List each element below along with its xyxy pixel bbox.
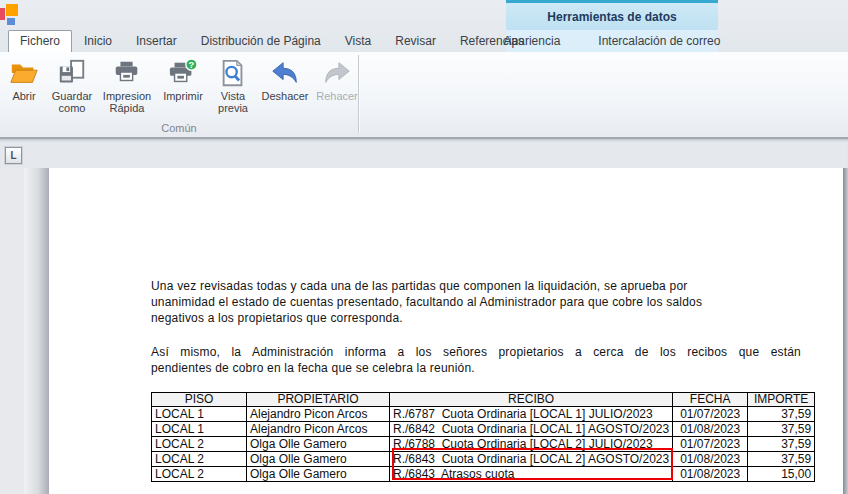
td-piso[interactable]: LOCAL 1 [152, 422, 247, 437]
impresion-rapida-label: Impresion Rápida [98, 90, 156, 114]
td-piso[interactable]: LOCAL 1 [152, 407, 247, 422]
abrir-label: Abrir [12, 90, 35, 102]
header-piso: PISO [152, 393, 247, 407]
td-importe[interactable]: 37,59 [748, 437, 815, 452]
contextual-tab-group-title: Herramientas de datos [506, 0, 718, 30]
app-window: Herramientas de datos Apariencia Interca… [0, 0, 848, 494]
logo-orange-square [6, 4, 18, 16]
td-recibo[interactable]: R./6788 Cuota Ordinaria [LOCAL 2] JULIO/… [390, 437, 673, 452]
table-row: LOCAL 2 Olga Olle Gamero R./6843 Cuota O… [152, 452, 815, 467]
guardar-como-label: Guardar como [46, 90, 98, 114]
td-propietario[interactable]: Alejandro Picon Arcos [247, 407, 390, 422]
td-propietario[interactable]: Olga Olle Gamero [247, 437, 390, 452]
rehacer-label: Rehacer [316, 90, 358, 102]
header-propietario: PROPIETARIO [247, 393, 390, 407]
paragraph-recibos[interactable]: Así mismo, la Administración informa a l… [151, 344, 801, 376]
propietario-name: Olga Olle Gamero [250, 467, 347, 482]
td-fecha[interactable]: 01/08/2023 [673, 452, 748, 467]
table-row: LOCAL 2 Olga Olle Gamero R./6788 Cuota O… [152, 437, 815, 452]
tab-referencias[interactable]: Referencias [448, 30, 536, 52]
vista-previa-label: Vista previa [210, 90, 256, 114]
td-piso[interactable]: LOCAL 2 [152, 452, 247, 467]
td-recibo[interactable]: R./6843 Cuota Ordinaria [LOCAL 2] AGOSTO… [390, 452, 673, 467]
app-logo [0, 3, 20, 25]
print-icon: ? [167, 57, 199, 89]
td-propietario[interactable]: Alejandro Picon Arcos [247, 422, 390, 437]
imprimir-button[interactable]: ? Imprimir [156, 54, 210, 114]
ribbon: Abrir Guardar como [0, 52, 848, 138]
propietario-name: Olga Olle Gamero [250, 437, 347, 452]
contextual-tabs: Apariencia Intercalación de correo [506, 30, 718, 52]
deshacer-button[interactable]: Deshacer [256, 54, 314, 114]
td-importe[interactable]: 37,59 [748, 452, 815, 467]
table-row: LOCAL 1 Alejandro Picon Arcos R./6787 Cu… [152, 407, 815, 422]
text-line[interactable]: Una vez revisadas todas y cada una de la… [151, 278, 801, 294]
rehacer-button[interactable]: Rehacer [314, 54, 360, 114]
td-importe[interactable]: 15,00 [748, 467, 815, 482]
vista-previa-button[interactable]: Vista previa [210, 54, 256, 114]
text-line[interactable]: negativos a los propietarios que corresp… [151, 310, 801, 326]
deshacer-label: Deshacer [261, 90, 308, 102]
document-area: Una vez revisadas todas y cada una de la… [0, 168, 848, 494]
contextual-tab-group: Herramientas de datos Apariencia Interca… [506, 0, 718, 52]
tab-stop-selector-button[interactable]: L [5, 147, 22, 164]
tab-distribucion-de-pagina[interactable]: Distribución de Página [189, 30, 333, 52]
open-folder-icon [8, 57, 40, 89]
td-piso[interactable]: LOCAL 2 [152, 467, 247, 482]
tab-row: Fichero Inicio Insertar Distribución de … [0, 30, 536, 52]
ruler-bar: L [0, 138, 848, 168]
ribbon-group-separator [358, 55, 359, 133]
table-row: LOCAL 1 Alejandro Picon Arcos R./6842 Cu… [152, 422, 815, 437]
quick-print-icon [111, 57, 143, 89]
tab-revisar[interactable]: Revisar [383, 30, 448, 52]
table-header-row: PISO PROPIETARIO RECIBO FECHA IMPORTE [152, 393, 815, 407]
abrir-button[interactable]: Abrir [2, 54, 46, 114]
ribbon-group-label: Común [0, 122, 358, 134]
td-fecha[interactable]: 01/07/2023 [673, 437, 748, 452]
ribbon-tab-strip: Herramientas de datos Apariencia Interca… [0, 0, 848, 52]
undo-icon [269, 57, 301, 89]
text-line[interactable]: pendientes de cobro en la fecha que se c… [151, 360, 801, 376]
text-line[interactable]: unanimidad el estado de cuentas presenta… [151, 294, 801, 310]
td-importe[interactable]: 37,59 [748, 422, 815, 437]
logo-red-square [0, 8, 5, 20]
td-recibo[interactable]: R./6842 Cuota Ordinaria [LOCAL 1] AGOSTO… [390, 422, 673, 437]
recibos-table: PISO PROPIETARIO RECIBO FECHA IMPORTE LO… [151, 392, 815, 482]
svg-text:?: ? [189, 60, 195, 70]
header-fecha: FECHA [673, 393, 748, 407]
propietario-name: Alejandro Picon Arcos [250, 422, 367, 437]
propietario-name: Alejandro Picon Arcos [250, 407, 367, 422]
td-propietario[interactable]: Olga Olle Gamero [247, 467, 390, 482]
guardar-como-button[interactable]: Guardar como [46, 54, 98, 114]
propietario-name: Olga Olle Gamero [250, 452, 347, 467]
save-as-icon [56, 57, 88, 89]
document-page: Una vez revisadas todas y cada una de la… [49, 168, 843, 494]
td-fecha[interactable]: 01/08/2023 [673, 422, 748, 437]
table-row: LOCAL 2 Olga Olle Gamero R./6843 Atrasos… [152, 467, 815, 482]
logo-blue-square [7, 18, 15, 25]
header-recibo: RECIBO [390, 393, 673, 407]
tab-fichero[interactable]: Fichero [8, 30, 72, 52]
td-recibo[interactable]: R./6843 Atrasos cuota [390, 467, 673, 482]
td-propietario[interactable]: Olga Olle Gamero [247, 452, 390, 467]
redo-icon [321, 57, 353, 89]
text-line[interactable]: Así mismo, la Administración informa a l… [151, 344, 801, 360]
paragraph-liquidacion[interactable]: Una vez revisadas todas y cada una de la… [151, 278, 801, 326]
imprimir-label: Imprimir [163, 90, 203, 102]
td-fecha[interactable]: 01/08/2023 [673, 467, 748, 482]
ribbon-group-comun: Abrir Guardar como [2, 54, 360, 114]
impresion-rapida-button[interactable]: Impresion Rápida [98, 54, 156, 114]
print-preview-icon [217, 57, 249, 89]
tab-insertar[interactable]: Insertar [124, 30, 189, 52]
td-fecha[interactable]: 01/07/2023 [673, 407, 748, 422]
page-left-shadow [24, 168, 49, 494]
td-importe[interactable]: 37,59 [748, 407, 815, 422]
header-importe: IMPORTE [748, 393, 815, 407]
tab-intercalacion-de-correo[interactable]: Intercalación de correo [594, 30, 724, 52]
td-piso[interactable]: LOCAL 2 [152, 437, 247, 452]
tab-inicio[interactable]: Inicio [72, 30, 124, 52]
tab-vista[interactable]: Vista [333, 30, 383, 52]
td-recibo[interactable]: R./6787 Cuota Ordinaria [LOCAL 1] JULIO/… [390, 407, 673, 422]
page-right-edge [843, 168, 848, 494]
